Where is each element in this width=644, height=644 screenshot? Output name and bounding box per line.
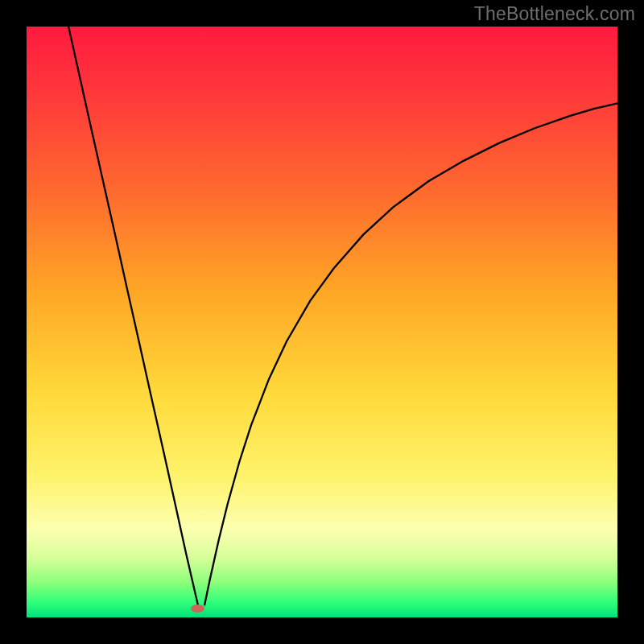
bottleneck-curve	[27, 27, 617, 617]
watermark-text: TheBottleneck.com	[474, 3, 635, 25]
chart-frame: TheBottleneck.com	[0, 0, 644, 644]
plot-area	[27, 27, 617, 617]
